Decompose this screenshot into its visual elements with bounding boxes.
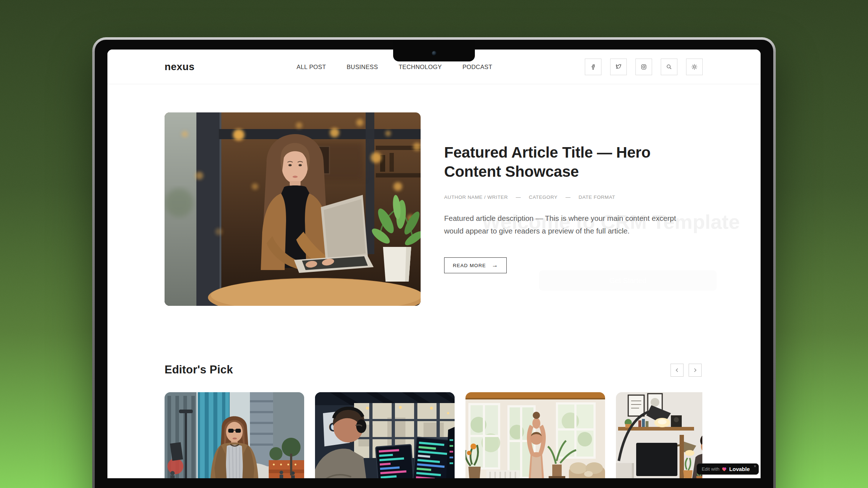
read-more-label: READ MORE xyxy=(453,263,486,268)
theme-toggle-button[interactable] xyxy=(686,59,703,75)
read-more-button[interactable]: READ MORE → xyxy=(444,257,507,273)
twitter-button[interactable] xyxy=(610,59,627,75)
meta-date: DATE FORMAT xyxy=(579,194,615,200)
chevron-right-icon xyxy=(693,368,698,373)
instagram-icon xyxy=(640,63,647,70)
carousel-track: OV xyxy=(165,392,702,478)
laptop-bezel: nexus ALL POST BUSINESS TECHNOLOGY PODCA… xyxy=(95,40,773,488)
site-logo[interactable]: nexus xyxy=(165,61,195,73)
twitter-icon xyxy=(615,63,622,70)
laptop-mockup-frame: nexus ALL POST BUSINESS TECHNOLOGY PODCA… xyxy=(92,37,776,488)
instagram-button[interactable] xyxy=(635,59,652,75)
carousel-next-button[interactable] xyxy=(689,364,702,377)
arrow-right-icon: → xyxy=(492,262,498,269)
post-card-lifestyle-yoga[interactable] xyxy=(465,392,605,478)
nav-item-all-post[interactable]: ALL POST xyxy=(297,63,326,70)
search-icon xyxy=(665,63,673,70)
meta-category[interactable]: CATEGORY xyxy=(529,194,557,200)
webcam-icon xyxy=(432,51,437,56)
facebook-button[interactable] xyxy=(585,59,601,75)
post-card-business-home-office[interactable] xyxy=(616,392,702,478)
search-button[interactable] xyxy=(661,59,677,75)
meta-separator: — xyxy=(566,194,571,200)
carousel-prev-button[interactable] xyxy=(671,364,684,377)
nav-item-business[interactable]: BUSINESS xyxy=(346,63,378,70)
badge-prefix-label: Edit with xyxy=(702,466,719,472)
nav-item-podcast[interactable]: PODCAST xyxy=(463,63,493,70)
meta-author[interactable]: AUTHOR NAME / WRITER xyxy=(444,194,508,200)
desktop-wallpaper-stage: nexus ALL POST BUSINESS TECHNOLOGY PODCA… xyxy=(0,0,868,488)
meta-separator: — xyxy=(516,194,521,200)
facebook-icon xyxy=(590,63,597,70)
edit-with-lovable-badge[interactable]: Edit with Lovable × xyxy=(697,463,759,475)
ghost-get-started-button: Get Started xyxy=(539,270,717,291)
badge-brand-label: Lovable xyxy=(729,466,750,472)
featured-article-image[interactable] xyxy=(165,112,421,306)
featured-article-meta: AUTHOR NAME / WRITER — CATEGORY — DATE F… xyxy=(444,194,615,200)
header-actions xyxy=(585,59,703,75)
browser-screen: nexus ALL POST BUSINESS TECHNOLOGY PODCA… xyxy=(107,50,761,478)
chevron-left-icon xyxy=(675,368,680,373)
post-card-city-fashion[interactable] xyxy=(165,392,304,478)
main-nav: ALL POST BUSINESS TECHNOLOGY PODCAST xyxy=(297,63,492,70)
badge-close-icon[interactable]: × xyxy=(754,464,756,468)
featured-article-title: Featured Article Title — Hero Content Sh… xyxy=(444,143,705,181)
sun-icon xyxy=(691,63,698,70)
editors-pick-carousel: OV xyxy=(165,392,702,478)
carousel-pager xyxy=(671,364,702,377)
editors-pick-heading: Editor's Pick xyxy=(165,363,233,376)
featured-article-description: Featured article description — This is w… xyxy=(444,212,697,237)
nav-item-technology[interactable]: TECHNOLOGY xyxy=(399,63,442,70)
heart-icon xyxy=(722,467,727,472)
post-card-technology-programmer[interactable]: OV xyxy=(315,392,455,478)
laptop-camera-notch xyxy=(393,40,475,61)
